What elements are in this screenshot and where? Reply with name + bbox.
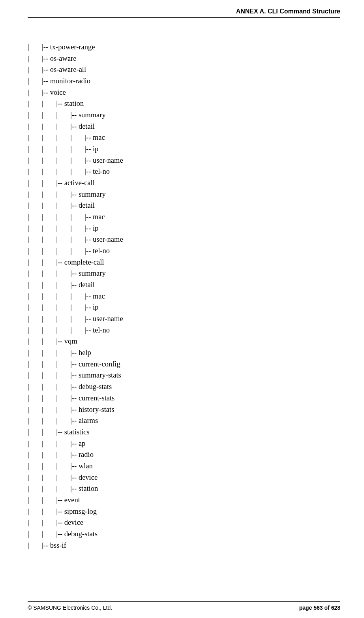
footer-copyright: © SAMSUNG Electronics Co., Ltd. xyxy=(28,605,112,611)
page: ANNEX A. CLI Command Structure | |-- tx-… xyxy=(0,0,364,618)
page-footer: © SAMSUNG Electronics Co., Ltd. page 563… xyxy=(28,601,340,611)
cli-command-tree: | |-- tx-power-range | |-- os-aware | |-… xyxy=(28,41,340,551)
footer-page-number: page 563 of 628 xyxy=(299,605,340,611)
page-header: ANNEX A. CLI Command Structure xyxy=(28,8,340,18)
header-title: ANNEX A. CLI Command Structure xyxy=(236,8,340,15)
